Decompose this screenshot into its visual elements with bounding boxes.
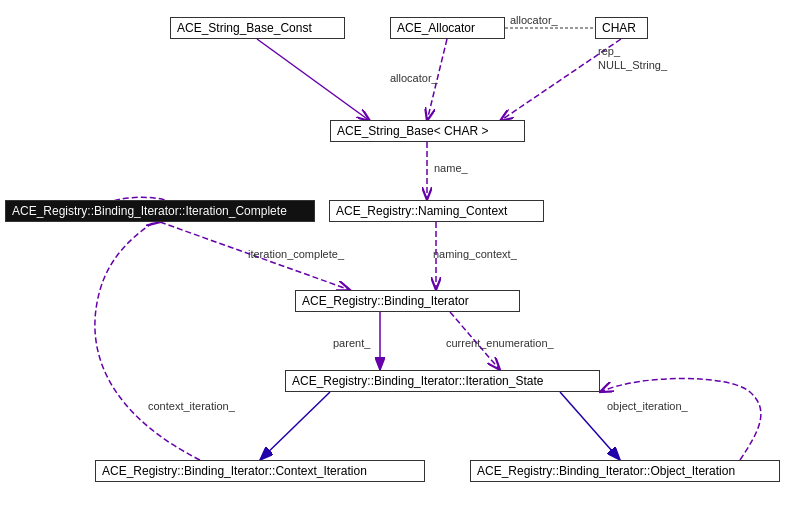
node-ace-registry-binding-iterator: ACE_Registry::Binding_Iterator xyxy=(295,290,520,312)
edge-label-object-iteration: object_iteration_ xyxy=(607,400,688,412)
node-ace-registry-binding-iterator-object-iteration: ACE_Registry::Binding_Iterator::Object_I… xyxy=(470,460,780,482)
node-ace-allocator: ACE_Allocator xyxy=(390,17,505,39)
node-ace-registry-binding-iterator-iteration-state: ACE_Registry::Binding_Iterator::Iteratio… xyxy=(285,370,600,392)
node-ace-string-base-const: ACE_String_Base_Const xyxy=(170,17,345,39)
node-ace-registry-naming-context: ACE_Registry::Naming_Context xyxy=(329,200,544,222)
node-ace-registry-binding-iterator-iteration-complete: ACE_Registry::Binding_Iterator::Iteratio… xyxy=(5,200,315,222)
node-ace-string-base: ACE_String_Base< CHAR > xyxy=(330,120,525,142)
svg-line-10 xyxy=(260,392,330,460)
diagram-container: ACE_String_Base_Const ACE_Allocator CHAR… xyxy=(0,0,792,515)
edge-label-context-iteration: context_iteration_ xyxy=(148,400,235,412)
edge-label-rep-null: rep_NULL_String_ xyxy=(598,44,667,73)
node-ace-registry-binding-iterator-context-iteration: ACE_Registry::Binding_Iterator::Context_… xyxy=(95,460,425,482)
edge-label-name: name_ xyxy=(434,162,468,174)
edge-label-current-enumeration: current_enumeration_ xyxy=(446,337,554,349)
svg-line-2 xyxy=(257,39,370,121)
edge-label-naming-context: naming_context_ xyxy=(433,248,517,260)
edge-label-allocator-2: allocator_ xyxy=(390,72,438,84)
edge-label-parent: parent_ xyxy=(333,337,370,349)
node-char: CHAR xyxy=(595,17,648,39)
edge-label-iteration-complete: iteration_complete_ xyxy=(248,248,344,260)
edge-label-allocator-1: allocator_ xyxy=(510,14,558,26)
